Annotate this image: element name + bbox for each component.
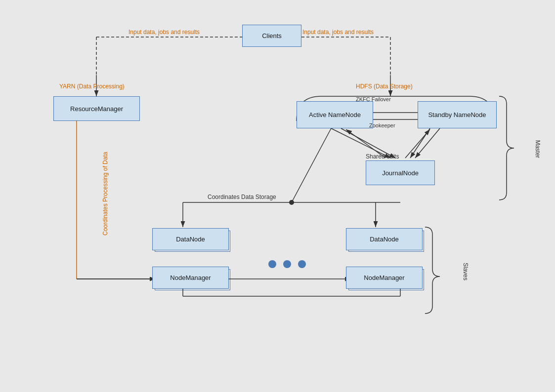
datanode2-node: DataNode — [346, 228, 423, 250]
zkfc-label: ZKFC Failover — [356, 96, 391, 102]
active-namenode-node: Active NameNode — [297, 101, 373, 128]
coordinates-processing-label: Coordinates Processing of Data — [102, 157, 109, 235]
clients-node: Clients — [242, 25, 301, 47]
svg-line-20 — [292, 128, 331, 202]
zookeeper-label: Zookeeper — [369, 122, 395, 128]
journalnode-label: JournalNode — [382, 169, 419, 177]
dot1 — [268, 260, 276, 268]
yarn-label: YARN (Data Processing) — [59, 83, 125, 90]
diagram-arrows — [0, 0, 555, 392]
datanode2-label: DataNode — [370, 235, 399, 243]
clients-label: Clients — [262, 32, 282, 39]
input-left-label: Input data, jobs and results — [128, 29, 200, 36]
input-right-label: Input data, jobs and results — [302, 29, 374, 36]
hdfs-label: HDFS (Data Storage) — [356, 83, 413, 90]
svg-point-21 — [289, 200, 294, 205]
dot2 — [283, 260, 291, 268]
active-namenode-label: Active NameNode — [309, 111, 361, 118]
standby-namenode-node: Standby NameNode — [418, 101, 497, 128]
resource-manager-label: ResourceManager — [70, 105, 123, 113]
nodemanager2-label: NodeManager — [364, 274, 404, 281]
svg-line-14 — [415, 128, 440, 158]
slaves-label: Slaves — [462, 252, 469, 291]
svg-line-13 — [410, 128, 430, 158]
journalnode-node: JournalNode — [366, 160, 435, 185]
dot3 — [298, 260, 306, 268]
resource-manager-node: ResourceManager — [53, 96, 140, 121]
svg-line-16 — [405, 129, 430, 158]
datanode1-node: DataNode — [152, 228, 229, 250]
master-label: Master — [534, 129, 541, 169]
datanode1-label: DataNode — [176, 235, 205, 243]
nodemanager1-node: NodeManager — [152, 267, 229, 289]
nodemanager2-node: NodeManager — [346, 267, 423, 289]
nodemanager1-label: NodeManager — [170, 274, 211, 281]
coordinates-storage-label: Coordinates Data Storage — [208, 194, 276, 200]
diagram-container: Clients Input data, jobs and results Inp… — [0, 0, 555, 392]
standby-namenode-label: Standby NameNode — [428, 111, 486, 118]
shared-edits-label: Shared edits — [366, 153, 399, 160]
